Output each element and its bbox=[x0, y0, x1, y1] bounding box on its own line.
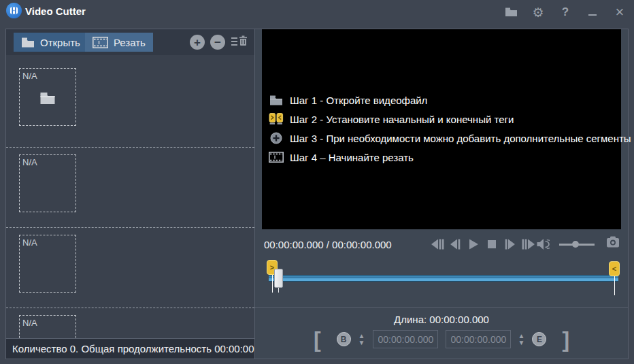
segment-thumbnail[interactable]: N/A bbox=[19, 235, 76, 293]
segment-label: N/A bbox=[22, 237, 37, 248]
cut-video-label: Резать bbox=[114, 37, 146, 48]
list-icon bbox=[231, 35, 237, 46]
timeline-track[interactable] bbox=[269, 275, 618, 282]
clear-list-button[interactable] bbox=[231, 35, 248, 46]
segment-controls: [ B ▲ ▼ ▲ ▼ E ] bbox=[255, 330, 628, 348]
playlist-toolbar: Открыть Резать + − bbox=[6, 29, 254, 55]
step-4: Шаг 4 – Начинайте резать bbox=[269, 148, 631, 167]
end-marker-button[interactable]: E bbox=[532, 332, 546, 346]
segment-thumbnail[interactable]: N/A bbox=[19, 68, 76, 126]
list-item[interactable]: N/A bbox=[6, 68, 254, 148]
minimize-icon bbox=[588, 14, 597, 16]
film-strip-icon bbox=[93, 37, 108, 48]
stop-button[interactable] bbox=[484, 237, 500, 251]
segment-thumbnail[interactable]: N/A bbox=[19, 154, 76, 212]
open-file-titlebar-button[interactable] bbox=[502, 3, 520, 21]
start-time-input[interactable] bbox=[373, 330, 438, 348]
app-title: Video Cutter bbox=[25, 5, 86, 17]
step-1: Шаг 1 - Откройте видеофайл bbox=[269, 90, 631, 110]
app-logo-icon bbox=[6, 3, 22, 18]
volume-thumb[interactable] bbox=[572, 241, 579, 248]
end-time-stepper[interactable]: ▲ ▼ bbox=[518, 333, 525, 346]
end-tag-line bbox=[614, 276, 615, 295]
stepper-down-icon[interactable]: ▼ bbox=[358, 340, 365, 346]
instruction-steps: Шаг 1 - Откройте видеофайл Шаг 2 - Устан… bbox=[269, 90, 631, 167]
stepper-up-icon[interactable]: ▲ bbox=[358, 333, 365, 339]
start-tag-line bbox=[272, 275, 273, 293]
set-end-bracket-button[interactable]: ] bbox=[562, 331, 569, 348]
step-2: Шаг 2 - Установите начальный и конечный … bbox=[269, 110, 631, 129]
volume-slider[interactable] bbox=[559, 237, 595, 251]
step-text: Шаг 2 - Установите начальный и конечный … bbox=[290, 114, 514, 125]
start-time-stepper[interactable]: ▲ ▼ bbox=[358, 333, 365, 346]
mute-button[interactable] bbox=[536, 237, 552, 251]
minimize-button[interactable] bbox=[584, 3, 601, 21]
segment-thumbnail[interactable]: N/A bbox=[19, 315, 76, 340]
folder-icon bbox=[21, 37, 35, 48]
list-item[interactable]: N/A bbox=[6, 315, 254, 340]
time-display: 00:00:00.000 / 00:00:00.000 bbox=[264, 239, 392, 250]
segment-zone: Длина: 00:00:00.000 [ B ▲ ▼ ▲ ▼ E ] bbox=[255, 307, 628, 359]
segment-label: N/A bbox=[22, 318, 37, 328]
plus-circle-icon bbox=[269, 132, 284, 144]
cut-video-button[interactable]: Резать bbox=[85, 33, 153, 52]
play-button[interactable] bbox=[465, 237, 482, 251]
remove-segment-button[interactable]: − bbox=[210, 35, 225, 50]
prev-frame-button[interactable] bbox=[447, 237, 463, 251]
settings-gear-icon[interactable]: ⚙ bbox=[529, 3, 547, 21]
help-button[interactable]: ? bbox=[556, 3, 574, 21]
segment-length-label: Длина: 00:00:00.000 bbox=[255, 314, 628, 325]
playlist-panel: Открыть Резать + − bbox=[5, 29, 255, 359]
transport-controls bbox=[429, 237, 537, 251]
tags-icon bbox=[269, 113, 284, 125]
add-segment-button[interactable]: + bbox=[190, 35, 205, 50]
folder-icon bbox=[39, 92, 56, 105]
camera-icon bbox=[606, 236, 620, 248]
snapshot-button[interactable] bbox=[606, 236, 620, 248]
open-video-button[interactable]: Открыть bbox=[14, 33, 88, 52]
set-start-bracket-button[interactable]: [ bbox=[314, 331, 321, 348]
next-frame-button[interactable] bbox=[502, 237, 518, 251]
end-tag-marker[interactable]: < bbox=[609, 261, 620, 276]
list-item[interactable]: N/A bbox=[6, 154, 254, 228]
film-strip-icon bbox=[269, 152, 284, 163]
folder-icon bbox=[269, 95, 284, 105]
list-item[interactable]: N/A bbox=[6, 235, 254, 308]
speaker-icon bbox=[536, 238, 550, 250]
playlist-items: N/A N/A N/A N/A bbox=[6, 55, 254, 340]
status-bar: Количество 0. Общая продолжительность 00… bbox=[6, 338, 254, 359]
segment-label: N/A bbox=[22, 157, 37, 167]
end-time-input[interactable] bbox=[446, 330, 511, 348]
seek-end-button[interactable] bbox=[520, 237, 537, 251]
begin-marker-button[interactable]: B bbox=[337, 332, 351, 346]
stepper-up-icon[interactable]: ▲ bbox=[518, 333, 525, 339]
step-text: Шаг 3 - При необходимости можно добавить… bbox=[290, 133, 631, 144]
video-preview: Шаг 1 - Откройте видеофайл Шаг 2 - Устан… bbox=[262, 29, 621, 229]
seek-start-button[interactable] bbox=[429, 237, 445, 251]
trash-icon bbox=[239, 35, 248, 46]
step-text: Шаг 4 – Начинайте резать bbox=[290, 152, 414, 163]
step-3: Шаг 3 - При необходимости можно добавить… bbox=[269, 129, 631, 148]
player-panel: Шаг 1 - Откройте видеофайл Шаг 2 - Устан… bbox=[255, 29, 629, 359]
close-button[interactable]: × bbox=[611, 3, 629, 21]
open-video-label: Открыть bbox=[40, 37, 80, 48]
segment-label: N/A bbox=[22, 71, 37, 81]
step-text: Шаг 1 - Откройте видеофайл bbox=[290, 95, 427, 106]
playhead-handle[interactable] bbox=[274, 269, 283, 288]
title-bar: Video Cutter ⚙ ? × bbox=[0, 0, 634, 24]
stepper-down-icon[interactable]: ▼ bbox=[518, 340, 525, 346]
